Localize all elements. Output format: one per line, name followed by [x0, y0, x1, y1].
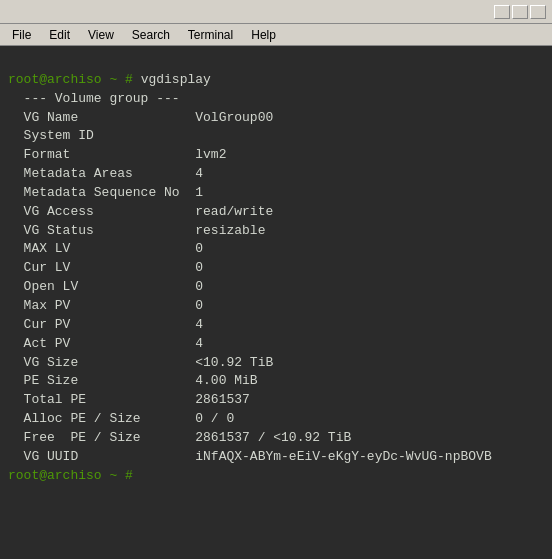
output-line: Max PV 0 [8, 297, 544, 316]
output-line: VG Size <10.92 TiB [8, 354, 544, 373]
close-button[interactable] [530, 5, 546, 19]
output-line: VG Access read/write [8, 203, 544, 222]
menu-item-help[interactable]: Help [243, 26, 284, 44]
output-line: VG Name VolGroup00 [8, 109, 544, 128]
output-line: Metadata Areas 4 [8, 165, 544, 184]
output-line: System ID [8, 127, 544, 146]
output-line: --- Volume group --- [8, 90, 544, 109]
command: vgdisplay [141, 72, 211, 87]
menu-item-search[interactable]: Search [124, 26, 178, 44]
menu-item-edit[interactable]: Edit [41, 26, 78, 44]
output-line: Open LV 0 [8, 278, 544, 297]
output-line: VG Status resizable [8, 222, 544, 241]
menu-item-terminal[interactable]: Terminal [180, 26, 241, 44]
window-controls [494, 5, 546, 19]
output-line: VG UUID iNfAQX-ABYm-eEiV-eKgY-eyDc-WvUG-… [8, 448, 544, 467]
output-line: MAX LV 0 [8, 240, 544, 259]
output-line: Metadata Sequence No 1 [8, 184, 544, 203]
title-bar [0, 0, 552, 24]
menu-item-file[interactable]: File [4, 26, 39, 44]
output-line: PE Size 4.00 MiB [8, 372, 544, 391]
menu-bar: FileEditViewSearchTerminalHelp [0, 24, 552, 46]
prompt2: root@archiso ~ # [8, 468, 141, 483]
output-line: Cur LV 0 [8, 259, 544, 278]
maximize-button[interactable] [512, 5, 528, 19]
output-line: Total PE 2861537 [8, 391, 544, 410]
minimize-button[interactable] [494, 5, 510, 19]
terminal-output[interactable]: root@archiso ~ # vgdisplay --- Volume gr… [0, 46, 552, 559]
prompt: root@archiso ~ # [8, 72, 141, 87]
output-line: Free PE / Size 2861537 / <10.92 TiB [8, 429, 544, 448]
menu-item-view[interactable]: View [80, 26, 122, 44]
output-line: Cur PV 4 [8, 316, 544, 335]
output-line: Format lvm2 [8, 146, 544, 165]
output-line: Alloc PE / Size 0 / 0 [8, 410, 544, 429]
output-line: Act PV 4 [8, 335, 544, 354]
